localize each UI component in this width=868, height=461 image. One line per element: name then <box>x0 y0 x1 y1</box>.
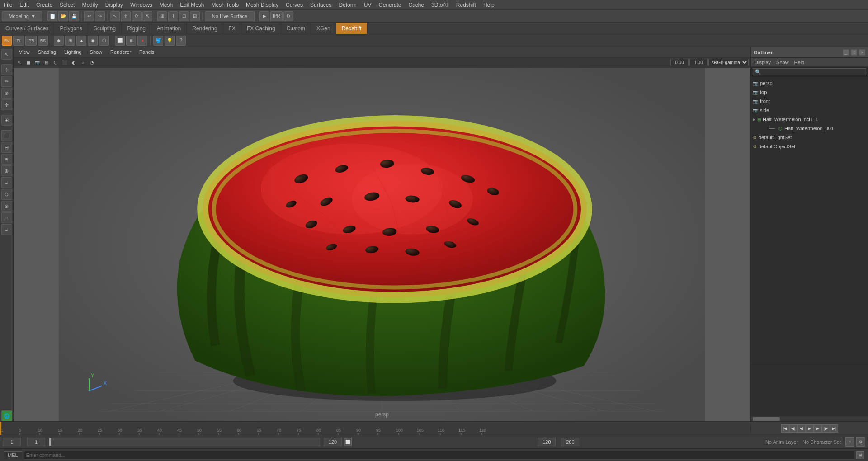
menu-curves[interactable]: Curves <box>282 1 307 9</box>
tool7-btn[interactable]: ⊝ <box>1 201 12 212</box>
out-help-menu[interactable]: Help <box>793 60 807 65</box>
lasso-btn[interactable]: ⊹ <box>1 64 12 75</box>
render-end2-input[interactable] <box>561 438 579 446</box>
tool9-btn[interactable]: ≡ <box>1 224 12 235</box>
lines-btn[interactable]: ≡ <box>126 36 136 46</box>
outliner-h-scrollbar[interactable] <box>751 416 868 421</box>
vp-solid-btn[interactable]: ⬛ <box>61 58 69 66</box>
vp-light-btn[interactable]: ◐ <box>70 58 78 66</box>
vp-env-btn[interactable]: ◔ <box>88 58 96 66</box>
vp-select-btn[interactable]: ↖ <box>15 58 24 66</box>
vp-renderer-menu[interactable]: Renderer <box>107 48 135 56</box>
end-frame-input[interactable] <box>324 438 342 446</box>
ipr2-btn[interactable]: IPR <box>25 36 37 46</box>
new-file-btn[interactable]: 📄 <box>47 11 57 21</box>
timeline-range-bar[interactable] <box>49 438 320 446</box>
world-btn[interactable]: 🌐 <box>1 410 12 421</box>
select-tool-btn[interactable]: ↖ <box>110 11 120 21</box>
outliner-item-mesh-group[interactable]: ▸ ⊞ Half_Watermelon_ncl1_1 <box>751 115 868 124</box>
menu-edit[interactable]: Edit <box>16 1 33 9</box>
outliner-close-btn[interactable]: × <box>859 49 865 56</box>
menu-display[interactable]: Display <box>102 1 127 9</box>
next-key-btn[interactable]: |▶ <box>822 424 830 433</box>
tab-curves-surfaces[interactable]: Curves / Surfaces <box>0 23 54 34</box>
char-set-add-btn[interactable]: + <box>845 437 854 447</box>
menu-uv[interactable]: UV <box>360 1 375 9</box>
menu-create[interactable]: Create <box>33 1 56 9</box>
menu-generate[interactable]: Generate <box>375 1 405 9</box>
outliner-tree[interactable]: 📷 persp 📷 top 📷 front 📷 side ▸ ⊞ <box>751 77 868 362</box>
vp-grid-btn[interactable]: ⊞ <box>42 58 51 66</box>
snap-view-btn[interactable]: ⊟ <box>190 11 200 21</box>
timeline-ruler[interactable]: 1 5 10 15 20 25 30 35 40 45 50 <box>0 422 750 435</box>
vp-panels-menu[interactable]: Panels <box>136 48 158 56</box>
menu-cache[interactable]: Cache <box>405 1 428 9</box>
paint-btn[interactable]: ✏ <box>1 76 12 87</box>
vp-cam-btn[interactable]: 📷 <box>33 58 42 66</box>
render-settings-btn[interactable]: ⚙ <box>283 11 293 21</box>
menu-windows[interactable]: Windows <box>127 1 156 9</box>
outliner-item-front[interactable]: 📷 front <box>751 97 868 106</box>
snap-grid-btn[interactable]: ⊞ <box>157 11 167 21</box>
vp-lighting-menu[interactable]: Lighting <box>61 48 85 56</box>
tab-rendering[interactable]: Rendering <box>187 23 223 34</box>
rv-btn[interactable]: RV <box>2 36 12 46</box>
command-input[interactable] <box>24 451 854 460</box>
scale-tool-btn[interactable]: ⇱ <box>142 11 152 21</box>
menu-mesh[interactable]: Mesh <box>156 1 176 9</box>
tool2-btn[interactable]: ⊟ <box>1 142 12 153</box>
char-set-settings-btn[interactable]: ⚙ <box>856 437 865 447</box>
snap2-btn[interactable]: ⊞ <box>1 115 12 126</box>
open-file-btn[interactable]: 📂 <box>58 11 68 21</box>
vp-shading-menu[interactable]: Shading <box>34 48 60 56</box>
tab-polygons[interactable]: Polygons <box>54 23 88 34</box>
prev-frame-btn[interactable]: ◀ <box>797 424 806 433</box>
ipr-btn[interactable]: IPR <box>270 11 283 21</box>
outliner-item-lightset[interactable]: ⚙ defaultLightSet <box>751 133 868 142</box>
viewport[interactable]: View Shading Lighting Show Renderer Pane… <box>14 47 750 421</box>
status-expand-btn[interactable]: ⊞ <box>856 451 864 459</box>
vp-render-btn[interactable]: ◼ <box>24 58 33 66</box>
tool8-btn[interactable]: ≡ <box>1 212 12 223</box>
diamond-btn[interactable]: ◆ <box>54 36 64 46</box>
tool1-btn[interactable]: ⬛ <box>1 130 12 141</box>
tab-fx[interactable]: FX <box>223 23 241 34</box>
outliner-maximize-btn[interactable]: □ <box>851 49 857 56</box>
menu-mesh-display[interactable]: Mesh Display <box>242 1 282 9</box>
tab-rigging[interactable]: Rigging <box>122 23 151 34</box>
rs-btn[interactable]: RS <box>38 36 48 46</box>
tool6-btn[interactable]: ⊜ <box>1 189 12 200</box>
snap-point-btn[interactable]: ⊡ <box>179 11 189 21</box>
tab-animation[interactable]: Animation <box>151 23 187 34</box>
mode-selector[interactable]: Modeling ▼ <box>2 11 42 21</box>
tab-sculpting[interactable]: Sculpting <box>88 23 122 34</box>
ipl-btn[interactable]: IPL <box>13 36 24 46</box>
save-file-btn[interactable]: 💾 <box>69 11 79 21</box>
vp-shaded-btn[interactable]: ○ <box>79 58 87 66</box>
current-frame-input[interactable] <box>3 438 21 446</box>
menu-deform[interactable]: Deform <box>335 1 360 9</box>
question-btn[interactable]: ? <box>176 36 186 46</box>
vp-gamma-select[interactable]: sRGB gamma <box>708 59 749 66</box>
snap-curve-btn[interactable]: ⌇ <box>168 11 178 21</box>
tab-redshift[interactable]: Redshift <box>336 23 368 34</box>
pyramid-btn[interactable]: ▲ <box>76 36 86 46</box>
menu-help[interactable]: Help <box>480 1 498 9</box>
move-tool-btn[interactable]: ✛ <box>121 11 131 21</box>
sphere-btn[interactable]: ◉ <box>88 36 98 46</box>
render-btn[interactable]: ▶ <box>259 11 269 21</box>
out-display-menu[interactable]: Display <box>753 60 773 65</box>
vp-value2-input[interactable] <box>689 59 708 66</box>
go-start-btn[interactable]: |◀ <box>781 424 789 433</box>
rotate-tool-btn[interactable]: ⟳ <box>132 11 142 21</box>
undo-btn[interactable]: ↩ <box>84 11 94 21</box>
go-end-btn[interactable]: ▶| <box>830 424 838 433</box>
outliner-h-scrollbar-thumb[interactable] <box>753 417 780 421</box>
flat-btn[interactable]: ⬡ <box>99 36 109 46</box>
tool4-btn[interactable]: ⊕ <box>1 165 12 176</box>
tool3-btn[interactable]: ≡ <box>1 154 12 165</box>
tab-fx-caching[interactable]: FX Caching <box>241 23 281 34</box>
sculpt-btn[interactable]: ⊛ <box>1 88 12 99</box>
range-lock-btn[interactable]: ⬜ <box>344 438 352 446</box>
start-frame-input[interactable] <box>27 438 45 446</box>
